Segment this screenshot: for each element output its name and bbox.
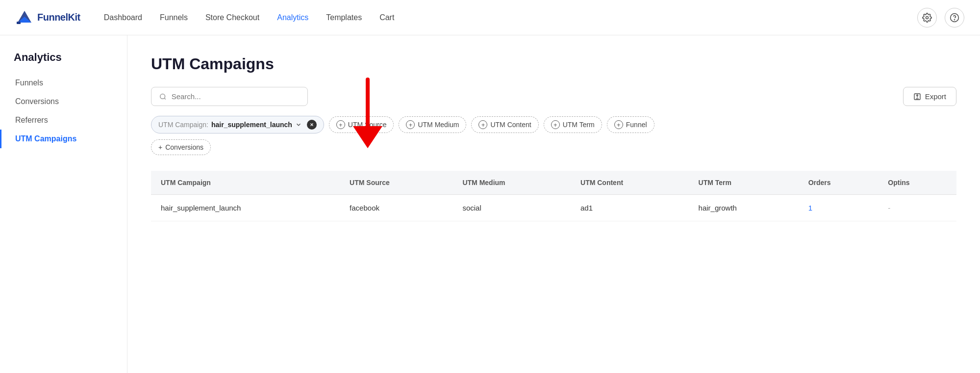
filter-add-conversions[interactable]: + Conversions (151, 139, 211, 155)
cell-utm-campaign: hair_supplement_launch (151, 195, 340, 221)
search-icon (159, 93, 167, 101)
table-row: hair_supplement_launch facebook social a… (151, 195, 956, 221)
logo-mark (16, 9, 33, 27)
help-button[interactable] (945, 8, 964, 27)
top-nav: FunnelKit Dashboard Funnels Store Checko… (0, 0, 980, 35)
nav-store-checkout[interactable]: Store Checkout (205, 13, 259, 22)
page-title: UTM Campaigns (151, 55, 956, 73)
col-header-utm-campaign: UTM Campaign (151, 171, 340, 195)
filter-add-utm-medium[interactable]: + UTM Medium (399, 116, 466, 133)
gear-icon (922, 13, 932, 23)
nav-analytics[interactable]: Analytics (277, 13, 308, 22)
filter-add-utm-content[interactable]: + UTM Content (471, 116, 538, 133)
nav-templates[interactable]: Templates (326, 13, 362, 22)
page-layout: Analytics Funnels Conversions Referrers … (0, 35, 980, 373)
sidebar-item-conversions[interactable]: Conversions (0, 92, 127, 111)
search-input[interactable] (172, 92, 300, 101)
col-header-orders: Orders (799, 171, 879, 195)
cell-utm-medium: social (452, 195, 571, 221)
help-icon (950, 13, 959, 23)
filter-add-funnel[interactable]: + Funnel (607, 116, 654, 133)
active-filter-tag[interactable]: UTM Campaign: hair_supplement_launch (151, 116, 324, 133)
col-header-utm-content: UTM Content (571, 171, 689, 195)
cell-utm-term: hair_growth (689, 195, 799, 221)
cell-utm-content: ad1 (571, 195, 689, 221)
sidebar-title: Analytics (0, 51, 127, 74)
nav-links: Dashboard Funnels Store Checkout Analyti… (104, 13, 917, 22)
data-table: UTM Campaign UTM Source UTM Medium UTM C… (151, 171, 956, 221)
chevron-down-icon (295, 121, 302, 128)
plus-icon-conversions: + (158, 143, 162, 151)
col-header-optins: Optins (878, 171, 956, 195)
filter-row: UTM Campaign: hair_supplement_launch + U… (151, 116, 956, 155)
filter-add-utm-term[interactable]: + UTM Term (544, 116, 602, 133)
nav-funnels[interactable]: Funnels (160, 13, 188, 22)
plus-icon-utm-medium: + (406, 120, 415, 129)
filter-funnel-label: Funnel (626, 121, 647, 129)
export-icon (913, 93, 921, 101)
table-body: hair_supplement_launch facebook social a… (151, 195, 956, 221)
nav-cart[interactable]: Cart (379, 13, 394, 22)
svg-rect-2 (17, 22, 21, 24)
col-header-utm-term: UTM Term (689, 171, 799, 195)
sidebar-item-funnels[interactable]: Funnels (0, 74, 127, 92)
table-header: UTM Campaign UTM Source UTM Medium UTM C… (151, 171, 956, 195)
sidebar: Analytics Funnels Conversions Referrers … (0, 35, 127, 373)
filter-tag-value: hair_supplement_launch (211, 121, 292, 129)
col-header-utm-medium: UTM Medium (452, 171, 571, 195)
cell-orders[interactable]: 1 (799, 195, 879, 221)
filter-utm-source-label: UTM Source (348, 121, 387, 129)
filter-utm-medium-label: UTM Medium (418, 121, 459, 129)
logo-text: FunnelKit (37, 12, 80, 23)
export-button[interactable]: Export (903, 87, 956, 106)
filter-conversions-label: Conversions (165, 143, 203, 151)
filter-close-button[interactable] (307, 120, 317, 130)
cell-utm-source: facebook (340, 195, 452, 221)
filter-utm-content-label: UTM Content (490, 121, 531, 129)
nav-dashboard[interactable]: Dashboard (104, 13, 142, 22)
nav-icons (917, 8, 964, 27)
plus-icon-utm-content: + (478, 120, 487, 129)
main-content: UTM Campaigns Export (127, 35, 980, 373)
settings-button[interactable] (917, 8, 937, 27)
search-box[interactable] (151, 87, 308, 106)
svg-point-3 (926, 16, 929, 19)
svg-point-6 (160, 94, 165, 99)
plus-icon-utm-term: + (551, 120, 560, 129)
plus-icon-utm-source: + (336, 120, 345, 129)
table-header-row: UTM Campaign UTM Source UTM Medium UTM C… (151, 171, 956, 195)
filter-add-utm-source[interactable]: + UTM Source (329, 116, 394, 133)
logo[interactable]: FunnelKit (16, 9, 80, 27)
cell-optins: - (878, 195, 956, 221)
filter-tag-prefix: UTM Campaign: (158, 121, 208, 129)
sidebar-item-referrers[interactable]: Referrers (0, 111, 127, 130)
col-header-utm-source: UTM Source (340, 171, 452, 195)
export-label: Export (925, 92, 946, 101)
sidebar-item-utm-campaigns[interactable]: UTM Campaigns (0, 130, 127, 148)
search-row: Export (151, 87, 956, 106)
plus-icon-funnel: + (614, 120, 623, 129)
svg-line-7 (164, 98, 166, 99)
close-icon (309, 122, 314, 127)
filter-utm-term-label: UTM Term (563, 121, 595, 129)
